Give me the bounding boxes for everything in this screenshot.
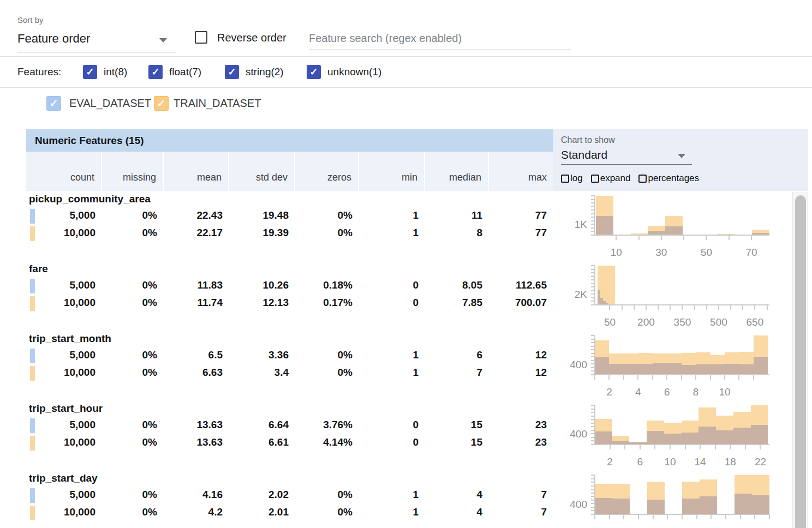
train-bars xyxy=(598,266,666,305)
stat-std-dev: 2.02 xyxy=(229,487,295,504)
histogram-fare: 2K50200350500650 xyxy=(561,262,775,332)
column-header-median: median xyxy=(425,152,489,191)
x-axis-tick-label: 2 xyxy=(607,456,613,467)
stat-min: 1 xyxy=(359,487,425,504)
y-axis-label: 400 xyxy=(570,359,587,370)
stat-missing: 0% xyxy=(102,504,164,521)
x-axis-tick-label: 350 xyxy=(674,316,691,328)
stat-row-eval: 5,0000%11.8310.260.18%08.05112.65 xyxy=(26,277,553,295)
divider xyxy=(0,56,812,57)
eval-color-swatch xyxy=(30,279,35,293)
histogram-pickup_community_area: 1K10305070 xyxy=(561,192,775,262)
stat-count: 10,000 xyxy=(26,295,102,312)
log-option[interactable]: log xyxy=(561,173,583,184)
filter-unknown-checkbox[interactable] xyxy=(307,65,321,79)
feature-search-input[interactable] xyxy=(309,27,571,50)
feature-block-trip_start_day: trip_start_day5,0000%4.162.020%14710,000… xyxy=(26,471,553,528)
expand-option[interactable]: expand xyxy=(591,173,631,184)
percentages-option[interactable]: percentages xyxy=(638,173,699,184)
train-color-swatch xyxy=(30,366,35,381)
stat-count: 5,000 xyxy=(26,277,102,295)
chart-to-show-panel: Chart to show Standard log expand percen… xyxy=(553,129,808,191)
stat-max: 112.65 xyxy=(489,277,553,295)
stat-median: 7 xyxy=(425,364,489,382)
stat-count: 5,000 xyxy=(26,347,102,364)
x-axis-tick-label: 10 xyxy=(611,247,622,258)
reverse-order-checkbox[interactable] xyxy=(195,31,207,44)
stat-count: 10,000 xyxy=(26,434,102,452)
stat-count: 5,000 xyxy=(26,417,102,434)
x-axis-tick-label: 70 xyxy=(745,247,757,258)
eval-color-swatch xyxy=(30,349,35,363)
histogram-svg-pickup_community_area: 1K10305070 xyxy=(561,192,775,262)
x-axis-tick-label: 14 xyxy=(695,456,707,467)
histogram-trip_start_month: 400246810 xyxy=(561,332,775,401)
chart-type-dropdown[interactable]: Standard xyxy=(561,147,692,165)
percentages-label: percentages xyxy=(648,173,699,184)
stat-mean: 4.2 xyxy=(164,504,229,521)
stat-zeros: 0% xyxy=(295,225,359,242)
train-dataset-checkbox[interactable] xyxy=(154,96,169,111)
stat-row-eval: 5,0000%6.53.360%1612 xyxy=(26,347,553,364)
chevron-down-icon xyxy=(159,38,167,43)
y-axis-label: 400 xyxy=(570,499,587,510)
stat-row-train: 10,0000%13.636.614.14%01523 xyxy=(26,434,553,452)
column-header-mean: mean xyxy=(164,152,229,191)
feature-name: trip_start_month xyxy=(29,333,111,345)
x-axis-tick-label: 10 xyxy=(664,456,676,467)
percentages-checkbox[interactable] xyxy=(638,175,647,183)
column-header-missing: missing xyxy=(102,152,164,191)
stat-min: 1 xyxy=(359,225,425,242)
stat-missing: 0% xyxy=(102,207,164,225)
stat-std-dev: 6.64 xyxy=(229,417,295,434)
stats-column-header-row: count missing mean std dev zeros min med… xyxy=(26,152,553,191)
facets-overview-screen: Sort by Feature order Reverse order Feat… xyxy=(0,0,812,528)
x-axis-tick-label: 6 xyxy=(664,386,670,398)
scrollbar-thumb[interactable] xyxy=(795,195,806,528)
feature-name: trip_start_hour xyxy=(29,403,103,415)
histogram-svg-trip_start_month: 400246810 xyxy=(561,332,775,401)
y-axis-label: 1K xyxy=(575,219,588,230)
stat-zeros: 3.76% xyxy=(295,417,359,434)
eval-dataset-checkbox[interactable] xyxy=(46,96,61,111)
stat-std-dev: 19.48 xyxy=(229,207,295,225)
column-header-max: max xyxy=(489,152,553,191)
stat-missing: 0% xyxy=(102,347,164,364)
eval-color-swatch xyxy=(30,488,35,503)
stat-missing: 0% xyxy=(102,434,164,452)
stat-zeros: 4.14% xyxy=(295,434,359,452)
log-checkbox[interactable] xyxy=(561,175,569,183)
stat-median: 4 xyxy=(425,504,489,521)
filter-string-checkbox[interactable] xyxy=(225,65,239,79)
stat-zeros: 0% xyxy=(295,347,359,364)
stat-min: 1 xyxy=(359,364,425,382)
stat-max: 77 xyxy=(489,225,553,242)
stat-missing: 0% xyxy=(102,225,164,242)
stat-missing: 0% xyxy=(102,417,164,434)
stat-zeros: 0% xyxy=(295,364,359,382)
stat-count: 5,000 xyxy=(26,487,102,504)
x-axis-tick-label: 8 xyxy=(693,386,699,398)
stat-std-dev: 12.13 xyxy=(229,295,295,312)
stat-mean: 11.83 xyxy=(164,277,229,295)
stat-count: 5,000 xyxy=(26,207,102,225)
stat-mean: 22.17 xyxy=(164,225,229,242)
filter-int-checkbox[interactable] xyxy=(83,65,97,79)
scrollbar-track[interactable] xyxy=(792,192,808,528)
sort-by-dropdown[interactable]: Feature order xyxy=(17,28,176,52)
x-axis-tick-label: 2 xyxy=(606,386,612,398)
filter-float-checkbox[interactable] xyxy=(148,65,163,79)
x-axis-tick-label: 22 xyxy=(755,456,766,467)
stat-median: 15 xyxy=(425,417,489,434)
stat-missing: 0% xyxy=(102,487,164,504)
expand-checkbox[interactable] xyxy=(591,175,599,183)
stat-median: 11 xyxy=(425,207,489,225)
feature-name: trip_start_day xyxy=(29,472,98,484)
stat-median: 4 xyxy=(425,487,489,504)
divider xyxy=(0,87,812,88)
stat-count: 10,000 xyxy=(26,504,102,521)
x-axis-tick-label: 4 xyxy=(635,386,641,398)
stat-row-eval: 5,0000%4.162.020%147 xyxy=(26,487,553,504)
column-header-min: min xyxy=(359,152,425,191)
feature-block-fare: fare5,0000%11.8310.260.18%08.05112.6510,… xyxy=(26,262,553,332)
